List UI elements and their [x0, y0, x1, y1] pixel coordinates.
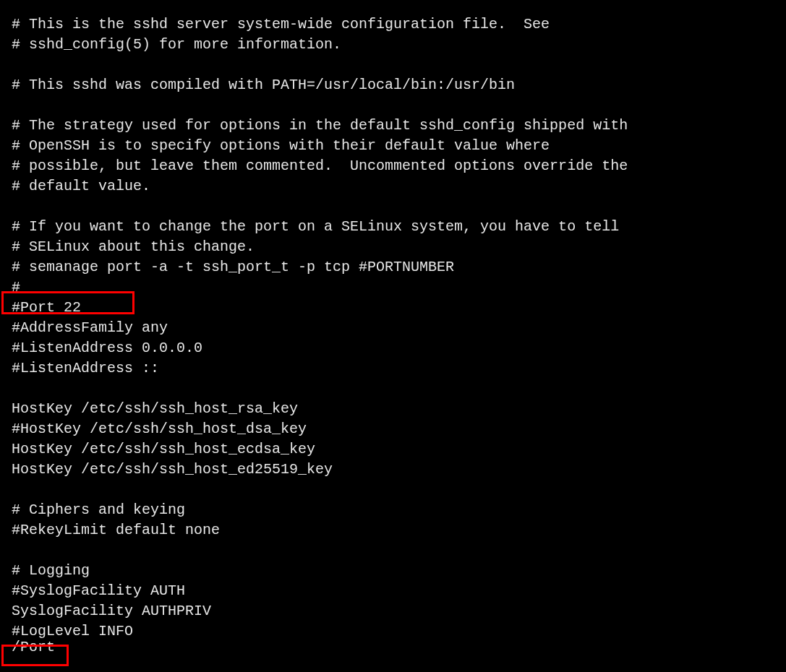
config-line [12, 55, 774, 75]
config-line: # If you want to change the port on a SE… [12, 217, 774, 237]
config-line [12, 540, 774, 561]
config-line: # This sshd was compiled with PATH=/usr/… [12, 75, 774, 95]
terminal-editor-content[interactable]: # This is the sshd server system-wide co… [12, 14, 774, 642]
config-line: #LogLevel INFO [12, 621, 774, 642]
config-line: # sshd_config(5) for more information. [12, 35, 774, 55]
config-line: # SELinux about this change. [12, 237, 774, 257]
config-line: # semanage port -a -t ssh_port_t -p tcp … [12, 257, 774, 277]
config-line: # Logging [12, 561, 774, 581]
config-line: # [12, 277, 774, 298]
config-line: HostKey /etc/ssh/ssh_host_ed25519_key [12, 460, 774, 480]
config-line: #AddressFamily any [12, 318, 774, 338]
config-line [12, 480, 774, 500]
config-line [12, 197, 774, 217]
config-line: # possible, but leave them commented. Un… [12, 156, 774, 176]
config-line: # Ciphers and keying [12, 500, 774, 520]
config-line: # OpenSSH is to specify options with the… [12, 136, 774, 156]
config-line: # The strategy used for options in the d… [12, 116, 774, 136]
config-line: # This is the sshd server system-wide co… [12, 14, 774, 35]
file-content: # This is the sshd server system-wide co… [12, 14, 774, 642]
config-line: #ListenAddress 0.0.0.0 [12, 338, 774, 358]
config-line: #SyslogFacility AUTH [12, 581, 774, 601]
config-line: #Port 22 [12, 298, 774, 318]
config-line: SyslogFacility AUTHPRIV [12, 601, 774, 621]
config-line: #ListenAddress :: [12, 358, 774, 379]
config-line [12, 95, 774, 116]
config-line: HostKey /etc/ssh/ssh_host_ecdsa_key [12, 439, 774, 460]
config-line: # default value. [12, 176, 774, 197]
search-command[interactable]: /Port [12, 637, 55, 658]
config-line: HostKey /etc/ssh/ssh_host_rsa_key [12, 399, 774, 419]
config-line: #HostKey /etc/ssh/ssh_host_dsa_key [12, 419, 774, 439]
config-line [12, 379, 774, 399]
config-line: #RekeyLimit default none [12, 520, 774, 540]
